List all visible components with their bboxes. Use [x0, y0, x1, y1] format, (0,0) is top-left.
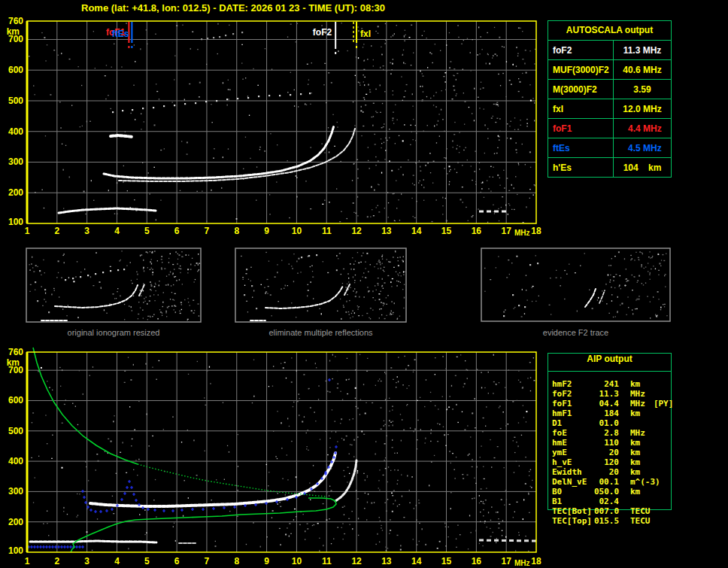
autoscala-row-M(3000)F2: M(3000)F23.59	[548, 80, 671, 99]
svg-text:11: 11	[322, 556, 332, 566]
svg-text:600: 600	[8, 65, 23, 75]
svg-text:4: 4	[114, 556, 120, 566]
aip-unit	[619, 497, 630, 506]
aip-val: 11.3	[594, 389, 619, 399]
svg-text:MHz: MHz	[514, 229, 530, 237]
caption-eliminate-reflections: eliminate multiple reflections	[235, 328, 406, 339]
param-value: 11.3 MHz	[614, 41, 671, 59]
svg-text:17: 17	[501, 226, 511, 236]
svg-text:300: 300	[8, 486, 23, 497]
aip-row-TEC[Bot]: TEC[Bot]007.0TECU	[552, 506, 680, 516]
marker-label-fxI: fxI	[360, 29, 371, 39]
svg-text:14: 14	[411, 226, 422, 236]
svg-text:9: 9	[264, 556, 269, 566]
aip-table-title: AIP output	[548, 354, 671, 372]
svg-text:18: 18	[531, 556, 541, 566]
aip-val: 20	[594, 448, 619, 457]
svg-text:500: 500	[8, 96, 23, 106]
aip-val: 20	[594, 467, 619, 477]
svg-text:18: 18	[531, 226, 541, 236]
svg-text:200: 200	[8, 517, 23, 527]
param-value: 12.0 MHz	[614, 99, 671, 118]
svg-text:200: 200	[8, 187, 23, 198]
param-value: 40.6 MHz	[614, 60, 671, 79]
svg-text:760: 760	[8, 16, 23, 26]
top-ionogram: 123456789101112131415161718MHz7607006005…	[7, 16, 541, 237]
aip-unit: TECU	[619, 506, 651, 516]
autoscala-row-MUF(3000)F2: MUF(3000)F240.6 MHz	[548, 60, 671, 80]
marker-label-foF2: foF2	[313, 27, 332, 38]
processing-panel-2	[481, 248, 670, 321]
autoscala-row-ftEs: ftEs 4.5 MHz	[548, 138, 671, 158]
svg-text:2: 2	[54, 556, 59, 566]
aip-val: 015.5	[594, 516, 619, 526]
svg-text:400: 400	[8, 126, 23, 137]
aip-row-Ewidth: Ewidth20km	[552, 467, 680, 477]
param-label: M(3000)F2	[548, 80, 614, 99]
svg-text:760: 760	[8, 347, 23, 357]
param-value: 104 km	[614, 158, 671, 177]
svg-text:14: 14	[411, 556, 422, 566]
autoscala-row-foF2: foF211.3 MHz	[548, 41, 671, 60]
processing-panel-0	[26, 248, 201, 322]
svg-text:10: 10	[292, 556, 302, 566]
svg-text:10: 10	[292, 226, 302, 236]
svg-text:MHz: MHz	[514, 559, 530, 567]
svg-text:300: 300	[8, 156, 23, 167]
aip-unit: TECU	[619, 516, 651, 526]
processing-panel-1	[235, 248, 406, 322]
aip-val: 120	[594, 457, 619, 467]
aip-row-foF1: foF104.4MHz[PY]	[552, 399, 680, 409]
x-axis-labels: 123456789101112131415161718MHz	[25, 556, 541, 567]
svg-text:15: 15	[441, 556, 452, 566]
aip-val: 04.4	[594, 399, 619, 409]
autoscala-row-foF1: foF1 4.4 MHz	[548, 119, 671, 138]
aip-name: foF1	[552, 399, 594, 409]
svg-text:400: 400	[8, 456, 23, 466]
aip-row-foF2: foF211.3MHz	[552, 389, 680, 399]
aip-name: Ewidth	[552, 467, 594, 477]
aip-row-B0: B0050.0km	[552, 487, 680, 497]
svg-text:13: 13	[381, 556, 392, 566]
svg-text:100: 100	[8, 217, 23, 227]
aip-unit: km	[619, 448, 640, 457]
svg-text:3: 3	[84, 226, 89, 236]
aip-name: hmF2	[552, 379, 594, 389]
aip-row-DelN_vE: DelN_vE00.1m^(-3)	[552, 477, 680, 487]
aip-unit: km	[619, 457, 640, 467]
svg-text:km: km	[7, 357, 20, 368]
aip-name: B1	[552, 497, 594, 506]
svg-text:8: 8	[234, 556, 239, 566]
param-label: MUF(3000)F2	[548, 60, 614, 79]
autoscala-row-h'Es: h'Es104 km	[548, 158, 671, 177]
x-axis-labels: 123456789101112131415161718MHz	[25, 226, 541, 237]
aip-row-TEC[Top]: TEC[Top]015.5TECU	[552, 516, 680, 526]
svg-text:15: 15	[441, 226, 452, 236]
svg-text:12: 12	[351, 226, 362, 236]
aip-val: 050.0	[594, 487, 619, 497]
svg-text:6: 6	[174, 556, 180, 566]
aip-val: 2.8	[594, 428, 619, 438]
aip-name: hmF1	[552, 409, 594, 418]
aip-name: ymE	[552, 448, 594, 457]
svg-text:1: 1	[25, 556, 30, 566]
svg-text:3: 3	[84, 556, 89, 566]
aip-name: DelN_vE	[552, 477, 594, 487]
aip-unit	[619, 418, 630, 428]
param-label: fxI	[548, 99, 614, 118]
aip-val: 00.1	[594, 477, 619, 487]
svg-text:2: 2	[54, 226, 59, 236]
svg-text:km: km	[7, 26, 20, 37]
aip-val: 110	[594, 438, 619, 448]
aip-unit: m^(-3)	[619, 477, 660, 487]
param-value: 3.59	[614, 80, 671, 99]
svg-text:4: 4	[114, 226, 120, 236]
svg-text:13: 13	[381, 226, 392, 236]
aip-unit: km	[619, 467, 640, 477]
svg-text:16: 16	[472, 226, 482, 236]
aip-row-hmF1: hmF1184km	[552, 409, 680, 418]
aip-row-h_vE: h_vE120km	[552, 457, 680, 467]
aip-name: D1	[552, 418, 594, 428]
caption-evidence-f2: evidence F2 trace	[481, 328, 670, 339]
autoscala-table-title: AUTOSCALA output	[548, 21, 671, 41]
